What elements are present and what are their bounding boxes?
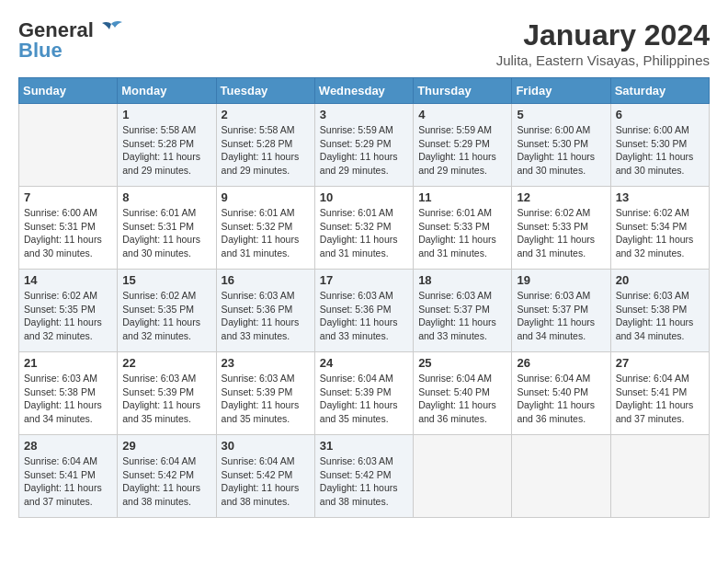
day-info: Sunrise: 6:04 AMSunset: 5:40 PMDaylight:… — [418, 372, 506, 426]
calendar-week-row: 28Sunrise: 6:04 AMSunset: 5:41 PMDayligh… — [19, 435, 710, 518]
calendar-cell: 11Sunrise: 6:01 AMSunset: 5:33 PMDayligh… — [414, 187, 512, 270]
day-number: 21 — [24, 356, 112, 370]
day-info: Sunrise: 6:03 AMSunset: 5:42 PMDaylight:… — [320, 454, 408, 509]
header-wednesday: Wednesday — [314, 78, 413, 104]
page-title: January 2024 — [496, 18, 710, 52]
calendar-table: SundayMondayTuesdayWednesdayThursdayFrid… — [18, 77, 710, 518]
day-info: Sunrise: 6:01 AMSunset: 5:32 PMDaylight:… — [222, 206, 310, 260]
calendar-cell: 17Sunrise: 6:03 AMSunset: 5:36 PMDayligh… — [314, 270, 413, 352]
day-info: Sunrise: 6:03 AMSunset: 5:36 PMDaylight:… — [222, 289, 310, 343]
day-number: 27 — [616, 356, 704, 370]
calendar-cell: 6Sunrise: 6:00 AMSunset: 5:30 PMDaylight… — [610, 104, 709, 187]
logo-blue: Blue — [18, 39, 63, 63]
calendar-week-row: 21Sunrise: 6:03 AMSunset: 5:38 PMDayligh… — [19, 352, 710, 435]
calendar-cell: 22Sunrise: 6:03 AMSunset: 5:39 PMDayligh… — [118, 352, 216, 435]
day-number: 30 — [222, 439, 310, 453]
calendar-cell: 9Sunrise: 6:01 AMSunset: 5:32 PMDaylight… — [216, 187, 314, 270]
day-info: Sunrise: 6:00 AMSunset: 5:30 PMDaylight:… — [616, 123, 704, 178]
header-saturday: Saturday — [610, 78, 709, 104]
calendar-cell: 29Sunrise: 6:04 AMSunset: 5:42 PMDayligh… — [118, 435, 216, 518]
day-info: Sunrise: 6:02 AMSunset: 5:34 PMDaylight:… — [616, 206, 704, 260]
day-info: Sunrise: 6:03 AMSunset: 5:37 PMDaylight:… — [517, 289, 605, 343]
calendar-cell: 18Sunrise: 6:03 AMSunset: 5:37 PMDayligh… — [414, 270, 512, 352]
page-subtitle: Julita, Eastern Visayas, Philippines — [496, 52, 710, 68]
day-number: 13 — [616, 190, 704, 204]
calendar-header: SundayMondayTuesdayWednesdayThursdayFrid… — [19, 78, 710, 104]
day-info: Sunrise: 5:58 AMSunset: 5:28 PMDaylight:… — [122, 123, 210, 178]
day-number: 20 — [616, 273, 704, 287]
day-number: 6 — [616, 108, 704, 121]
calendar-cell: 27Sunrise: 6:04 AMSunset: 5:41 PMDayligh… — [610, 352, 709, 435]
calendar-cell: 16Sunrise: 6:03 AMSunset: 5:36 PMDayligh… — [216, 270, 314, 352]
day-number: 26 — [517, 356, 605, 370]
calendar-cell: 30Sunrise: 6:04 AMSunset: 5:42 PMDayligh… — [216, 435, 314, 518]
day-number: 24 — [320, 356, 408, 370]
day-number: 4 — [418, 108, 506, 121]
calendar-cell: 19Sunrise: 6:03 AMSunset: 5:37 PMDayligh… — [512, 270, 610, 352]
calendar-cell — [414, 435, 512, 518]
day-info: Sunrise: 5:59 AMSunset: 5:29 PMDaylight:… — [418, 123, 506, 178]
header-row: SundayMondayTuesdayWednesdayThursdayFrid… — [19, 78, 710, 104]
logo-bird-icon — [98, 20, 124, 40]
day-number: 7 — [24, 190, 112, 204]
calendar-cell: 8Sunrise: 6:01 AMSunset: 5:31 PMDaylight… — [118, 187, 216, 270]
day-number: 12 — [517, 190, 605, 204]
day-number: 18 — [418, 273, 506, 287]
day-number: 22 — [122, 356, 210, 370]
day-info: Sunrise: 6:03 AMSunset: 5:37 PMDaylight:… — [418, 289, 506, 343]
day-info: Sunrise: 6:03 AMSunset: 5:39 PMDaylight:… — [222, 372, 310, 426]
calendar-cell: 3Sunrise: 5:59 AMSunset: 5:29 PMDaylight… — [314, 104, 413, 187]
calendar-cell: 26Sunrise: 6:04 AMSunset: 5:40 PMDayligh… — [512, 352, 610, 435]
header-tuesday: Tuesday — [216, 78, 314, 104]
calendar-cell: 15Sunrise: 6:02 AMSunset: 5:35 PMDayligh… — [118, 270, 216, 352]
day-info: Sunrise: 6:01 AMSunset: 5:33 PMDaylight:… — [418, 206, 506, 260]
calendar-cell: 5Sunrise: 6:00 AMSunset: 5:30 PMDaylight… — [512, 104, 610, 187]
logo: General Blue — [18, 18, 124, 63]
calendar-week-row: 14Sunrise: 6:02 AMSunset: 5:35 PMDayligh… — [19, 270, 710, 352]
day-number: 28 — [24, 439, 112, 453]
day-number: 31 — [320, 439, 408, 453]
day-info: Sunrise: 6:03 AMSunset: 5:36 PMDaylight:… — [320, 289, 408, 343]
calendar-cell: 13Sunrise: 6:02 AMSunset: 5:34 PMDayligh… — [610, 187, 709, 270]
calendar-body: 1Sunrise: 5:58 AMSunset: 5:28 PMDaylight… — [19, 104, 710, 518]
calendar-cell: 31Sunrise: 6:03 AMSunset: 5:42 PMDayligh… — [314, 435, 413, 518]
header-thursday: Thursday — [414, 78, 512, 104]
calendar-cell: 10Sunrise: 6:01 AMSunset: 5:32 PMDayligh… — [314, 187, 413, 270]
calendar-cell: 24Sunrise: 6:04 AMSunset: 5:39 PMDayligh… — [314, 352, 413, 435]
day-info: Sunrise: 6:01 AMSunset: 5:31 PMDaylight:… — [122, 206, 210, 260]
calendar-week-row: 1Sunrise: 5:58 AMSunset: 5:28 PMDaylight… — [19, 104, 710, 187]
day-number: 16 — [222, 273, 310, 287]
day-number: 9 — [222, 190, 310, 204]
day-info: Sunrise: 6:03 AMSunset: 5:38 PMDaylight:… — [24, 372, 112, 426]
calendar-cell: 23Sunrise: 6:03 AMSunset: 5:39 PMDayligh… — [216, 352, 314, 435]
day-number: 2 — [222, 108, 310, 121]
day-number: 14 — [24, 273, 112, 287]
day-info: Sunrise: 6:03 AMSunset: 5:38 PMDaylight:… — [616, 289, 704, 343]
day-number: 3 — [320, 108, 408, 121]
day-number: 25 — [418, 356, 506, 370]
day-number: 5 — [517, 108, 605, 121]
title-area: January 2024 Julita, Eastern Visayas, Ph… — [496, 18, 710, 68]
calendar-cell: 12Sunrise: 6:02 AMSunset: 5:33 PMDayligh… — [512, 187, 610, 270]
header-monday: Monday — [118, 78, 216, 104]
day-info: Sunrise: 6:02 AMSunset: 5:35 PMDaylight:… — [122, 289, 210, 343]
day-number: 29 — [122, 439, 210, 453]
day-info: Sunrise: 6:02 AMSunset: 5:33 PMDaylight:… — [517, 206, 605, 260]
day-info: Sunrise: 6:04 AMSunset: 5:41 PMDaylight:… — [24, 454, 112, 509]
day-info: Sunrise: 6:03 AMSunset: 5:39 PMDaylight:… — [122, 372, 210, 426]
day-info: Sunrise: 6:02 AMSunset: 5:35 PMDaylight:… — [24, 289, 112, 343]
header-sunday: Sunday — [19, 78, 118, 104]
calendar-cell: 25Sunrise: 6:04 AMSunset: 5:40 PMDayligh… — [414, 352, 512, 435]
calendar-cell: 20Sunrise: 6:03 AMSunset: 5:38 PMDayligh… — [610, 270, 709, 352]
calendar-cell — [610, 435, 709, 518]
calendar-cell: 21Sunrise: 6:03 AMSunset: 5:38 PMDayligh… — [19, 352, 118, 435]
calendar-cell: 28Sunrise: 6:04 AMSunset: 5:41 PMDayligh… — [19, 435, 118, 518]
day-info: Sunrise: 6:04 AMSunset: 5:39 PMDaylight:… — [320, 372, 408, 426]
day-info: Sunrise: 5:59 AMSunset: 5:29 PMDaylight:… — [320, 123, 408, 178]
day-number: 10 — [320, 190, 408, 204]
day-number: 19 — [517, 273, 605, 287]
day-info: Sunrise: 6:00 AMSunset: 5:30 PMDaylight:… — [517, 123, 605, 178]
day-info: Sunrise: 6:01 AMSunset: 5:32 PMDaylight:… — [320, 206, 408, 260]
calendar-cell: 4Sunrise: 5:59 AMSunset: 5:29 PMDaylight… — [414, 104, 512, 187]
day-info: Sunrise: 6:04 AMSunset: 5:41 PMDaylight:… — [616, 372, 704, 426]
